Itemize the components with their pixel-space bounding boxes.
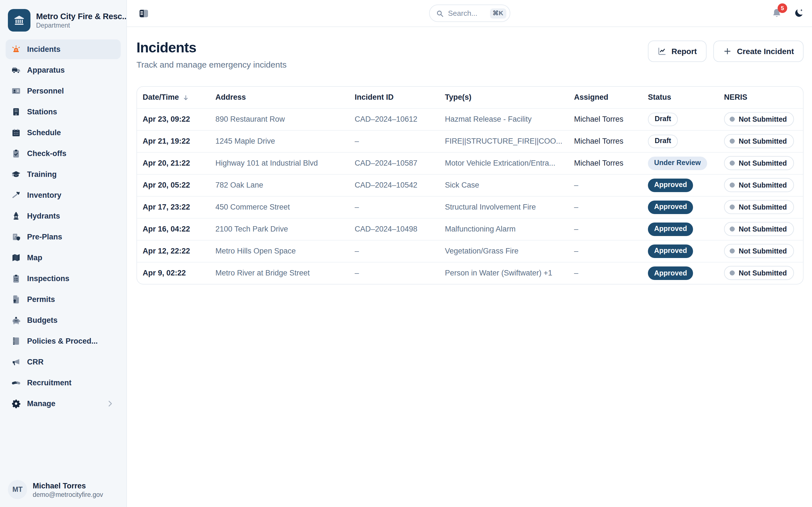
cell-neris: Not Submitted: [718, 218, 803, 240]
hydrant-icon: [11, 211, 21, 221]
cell-incident-id: –: [349, 240, 439, 262]
sidebar-item-training[interactable]: Training: [6, 165, 121, 184]
column-label: Date/Time: [143, 93, 179, 102]
sidebar-item-inspections[interactable]: Inspections: [6, 269, 121, 288]
main-area: Search... ⌘K 5 Incidents Track and manag…: [127, 0, 812, 507]
clipboard-check-icon: [11, 149, 21, 158]
sidebar-item-schedule[interactable]: Schedule: [6, 123, 121, 143]
sidebar-item-inventory[interactable]: Inventory: [6, 185, 121, 205]
search-input[interactable]: Search... ⌘K: [429, 4, 510, 22]
page-header: Incidents Track and manage emergency inc…: [137, 39, 804, 69]
table-row[interactable]: Apr 23, 09:22890 Restaurant RowCAD–2024–…: [137, 108, 803, 130]
cell-address: 782 Oak Lane: [210, 174, 349, 196]
sidebar-item-hydrants[interactable]: Hydrants: [6, 206, 121, 226]
cell-incident-id: CAD–2024–10612: [349, 108, 439, 130]
cell-incident-id: CAD–2024–10542: [349, 174, 439, 196]
sidebar-item-label: Inventory: [27, 191, 61, 200]
sidebar-item-policies-proced[interactable]: Policies & Proced...: [6, 331, 121, 351]
sidebar-item-label: Incidents: [27, 45, 61, 54]
sidebar-item-label: Pre-Plans: [27, 233, 62, 241]
cell-datetime: Apr 21, 19:22: [137, 130, 210, 152]
column-header-incident-id[interactable]: Incident ID: [349, 87, 439, 108]
cell-types: Structural Involvement Fire: [439, 196, 568, 218]
cell-neris: Not Submitted: [718, 152, 803, 174]
sidebar-toggle-button[interactable]: [138, 8, 149, 19]
create-incident-button[interactable]: Create Incident: [713, 41, 804, 62]
sidebar-item-stations[interactable]: Stations: [6, 102, 121, 122]
column-header-address[interactable]: Address: [210, 87, 349, 108]
id-card-icon: [11, 86, 21, 96]
column-header-date-time[interactable]: Date/Time: [137, 87, 210, 108]
status-badge: Draft: [648, 112, 678, 126]
content: Incidents Track and manage emergency inc…: [127, 27, 812, 284]
user-email: demo@metrocityfire.gov: [33, 491, 103, 498]
sidebar-item-personnel[interactable]: Personnel: [6, 81, 121, 101]
status-dot-icon: [730, 205, 735, 210]
sidebar-item-check-offs[interactable]: Check-offs: [6, 144, 121, 163]
status-dot-icon: [730, 182, 735, 187]
table-row[interactable]: Apr 12, 22:22Metro Hills Open Space–Vege…: [137, 240, 803, 262]
cell-neris: Not Submitted: [718, 240, 803, 262]
page-title: Incidents: [137, 39, 287, 56]
column-header-neris[interactable]: NERIS: [718, 87, 803, 108]
sidebar-item-label: Map: [27, 253, 42, 262]
sidebar-item-label: Manage: [27, 399, 56, 408]
cell-assigned: –: [568, 240, 642, 262]
neris-label: Not Submitted: [739, 269, 787, 277]
status-badge: Approved: [648, 178, 693, 192]
column-header-assigned[interactable]: Assigned: [568, 87, 642, 108]
report-button[interactable]: Report: [648, 41, 706, 62]
sidebar-item-permits[interactable]: Permits: [6, 290, 121, 309]
notifications-button[interactable]: 5: [771, 8, 782, 18]
sidebar-item-label: Training: [27, 170, 57, 179]
sidebar-item-incidents[interactable]: Incidents: [6, 40, 121, 59]
cell-datetime: Apr 12, 22:22: [137, 240, 210, 262]
sidebar-item-label: Recruitment: [27, 379, 71, 387]
column-label: Status: [648, 93, 671, 102]
status-badge: Under Review: [648, 156, 707, 170]
table-row[interactable]: Apr 20, 05:22782 Oak LaneCAD–2024–10542S…: [137, 174, 803, 196]
sidebar-item-label: Schedule: [27, 128, 61, 137]
cell-status: Approved: [642, 218, 718, 240]
table-row[interactable]: Apr 20, 21:22Highway 101 at Industrial B…: [137, 152, 803, 174]
table-row[interactable]: Apr 21, 19:221245 Maple Drive–FIRE||STRU…: [137, 130, 803, 152]
org-switcher[interactable]: Metro City Fire & Resc... Department: [6, 6, 121, 40]
dark-mode-toggle[interactable]: [794, 8, 804, 18]
cell-address: 890 Restaurant Row: [210, 108, 349, 130]
sidebar-item-pre-plans[interactable]: Pre-Plans: [6, 227, 121, 247]
notification-count-badge: 5: [777, 3, 787, 13]
cell-status: Under Review: [642, 152, 718, 174]
table-row[interactable]: Apr 17, 23:22450 Commerce Street–Structu…: [137, 196, 803, 218]
sidebar-item-manage[interactable]: Manage: [6, 394, 121, 413]
sidebar-item-apparatus[interactable]: Apparatus: [6, 60, 121, 80]
sidebar-item-crr[interactable]: CRR: [6, 352, 121, 372]
table-row[interactable]: Apr 16, 04:222100 Tech Park DriveCAD–202…: [137, 218, 803, 240]
cell-address: Metro River at Bridge Street: [210, 262, 349, 284]
sidebar-item-budgets[interactable]: Budgets: [6, 311, 121, 330]
sidebar-item-label: Budgets: [27, 316, 57, 325]
column-header-type-s[interactable]: Type(s): [439, 87, 568, 108]
neris-label: Not Submitted: [739, 115, 787, 123]
column-label: NERIS: [724, 93, 748, 102]
clipboard-list-icon: [11, 274, 21, 283]
sidebar-item-map[interactable]: Map: [6, 248, 121, 268]
sidebar-item-recruitment[interactable]: Recruitment: [6, 373, 121, 393]
page-subtitle: Track and manage emergency incidents: [137, 60, 287, 69]
search-shortcut: ⌘K: [490, 8, 506, 18]
chart-icon: [657, 47, 666, 56]
chevron-right-icon: [105, 399, 115, 408]
sidebar-item-label: Hydrants: [27, 212, 60, 220]
plus-icon: [723, 47, 732, 56]
sidebar-item-label: Apparatus: [27, 66, 65, 74]
neris-status-badge: Not Submitted: [724, 266, 794, 280]
cell-datetime: Apr 16, 04:22: [137, 218, 210, 240]
org-name: Metro City Fire & Resc...: [36, 12, 118, 21]
status-dot-icon: [730, 226, 735, 231]
neris-status-badge: Not Submitted: [724, 244, 794, 258]
status-dot-icon: [730, 248, 735, 253]
cell-types: Motor Vehicle Extrication/Entra...: [439, 152, 568, 174]
cell-types: FIRE||STRUCTURE_FIRE||COO...: [439, 130, 568, 152]
user-menu[interactable]: MT Michael Torres demo@metrocityfire.gov: [6, 474, 121, 499]
table-row[interactable]: Apr 9, 02:22Metro River at Bridge Street…: [137, 262, 803, 284]
column-header-status[interactable]: Status: [642, 87, 718, 108]
